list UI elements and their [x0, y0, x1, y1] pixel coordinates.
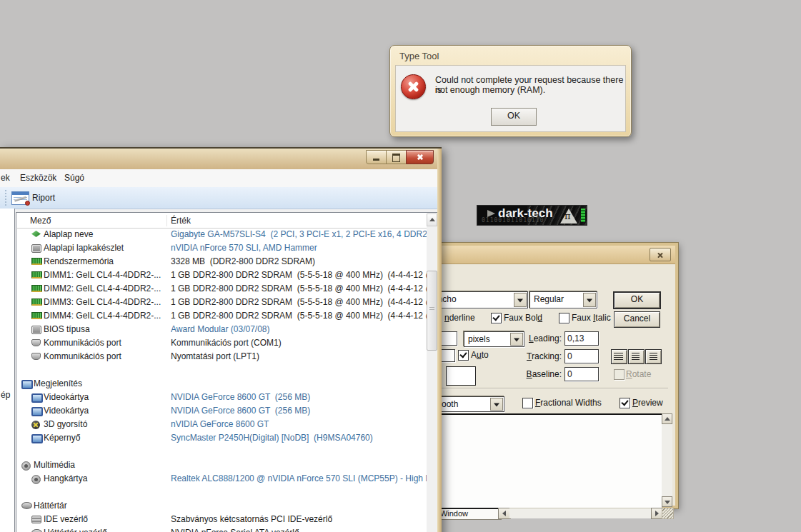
table-row[interactable]: IDE vezérlőSzabványos kétcsatornás PCI I… [17, 513, 427, 526]
faux-bold-checkbox[interactable] [491, 313, 502, 323]
baseline-label: Baseline: [510, 369, 562, 379]
port-icon [31, 353, 41, 360]
auto-checkbox[interactable] [458, 350, 469, 361]
table-row[interactable]: Alaplapi lapkakészletnVIDIA nForce 570 S… [17, 241, 427, 255]
minimize-icon [373, 159, 379, 161]
dropdown-arrow-button[interactable] [490, 398, 503, 411]
scroll-up-button[interactable] [662, 413, 672, 424]
table-row[interactable]: Megjelenítés [17, 377, 427, 391]
table-row[interactable]: DIMM2: GeIL CL4-4-4DDR2-...1 GB DDR2-800… [17, 282, 427, 296]
table-row[interactable]: HangkártyaRealtek ALC888/1200 @ nVIDIA n… [17, 472, 427, 486]
minimize-button[interactable] [366, 150, 387, 164]
dropdown-arrow-button[interactable] [514, 293, 527, 307]
field-value[interactable]: SyncMaster P2450H(Digital) [NoDB] (H9MSA… [171, 433, 427, 443]
table-row[interactable]: Háttértár [17, 499, 427, 513]
table-header: Mező Érték [17, 214, 427, 229]
table-row[interactable]: DIMM1: GeIL CL4-4-4DDR2-...1 GB DDR2-800… [17, 268, 427, 282]
field-label: Hangkártya [44, 473, 87, 483]
auto-label: Auto [471, 350, 489, 360]
field-label: Képernyő [44, 433, 80, 443]
table-row[interactable]: VideokártyaNVIDIA GeForce 8600 GT (256 M… [17, 391, 427, 404]
font-style-dropdown[interactable]: Regular [529, 291, 597, 308]
fractional-widths-checkbox[interactable] [522, 398, 533, 408]
field-value[interactable]: nVIDIA GeForce 8600 GT [171, 419, 427, 429]
field-value: 1 GB DDR2-800 DDR2 SDRAM (5-5-5-18 @ 400… [171, 283, 427, 293]
table-row[interactable]: Kommunikációs portKommunikációs port (CO… [17, 336, 427, 350]
report-button[interactable]: Riport [32, 193, 55, 203]
tree-panel[interactable]: ép [0, 209, 15, 532]
logo-arrow-icon [487, 210, 495, 217]
field-label: Háttértár [34, 501, 67, 511]
field-label: IDE vezérlő [44, 514, 88, 524]
field-value[interactable]: NVIDIA GeForce 8600 GT (256 MB) [171, 392, 427, 402]
table-row[interactable]: Kommunikációs portNyomtatási port (LPT1) [17, 350, 427, 363]
preview-vertical-scrollbar[interactable] [662, 413, 672, 507]
align-right-button[interactable] [645, 349, 662, 364]
faux-italic-checkbox[interactable] [559, 313, 569, 323]
column-divider[interactable] [166, 215, 167, 226]
leading-input[interactable] [564, 331, 599, 346]
scrollbar-thumb[interactable] [427, 271, 437, 351]
field-value[interactable]: Award Modular (03/07/08) [171, 324, 427, 334]
column-header-field[interactable]: Mező [30, 216, 51, 226]
maximize-icon [392, 154, 400, 162]
field-value[interactable]: NVIDIA GeForce 8600 GT (256 MB) [171, 406, 427, 416]
dark-tech-logo: dark-tech 011001011010110 π [477, 205, 587, 226]
fractional-widths-label: Fractional Widths [535, 398, 602, 408]
cancel-button[interactable]: Cancel [614, 311, 660, 328]
table-row[interactable]: Rendszermemória3328 MB (DDR2-800 DDR2 SD… [17, 255, 427, 268]
text-preview-area[interactable] [417, 413, 662, 509]
units-value: pixels [468, 334, 490, 344]
ram-icon [31, 312, 42, 319]
table-row[interactable]: DIMM4: GeIL CL4-4-4DDR2-...1 GB DDR2-800… [17, 309, 427, 323]
table-row[interactable]: KépernyőSyncMaster P2450H(Digital) [NoDB… [17, 431, 427, 445]
field-value[interactable]: Gigabyte GA-M57SLI-S4 (2 PCI, 3 PCI-E x1… [171, 229, 427, 239]
chip-icon [31, 326, 41, 334]
table-row[interactable]: Alaplap neveGigabyte GA-M57SLI-S4 (2 PCI… [17, 228, 427, 241]
table-row-spacer [17, 445, 427, 458]
ide-icon [31, 516, 41, 523]
faux-bold-label: Faux Bold [504, 313, 542, 323]
close-icon [417, 154, 423, 161]
dropdown-arrow-button[interactable] [583, 293, 596, 307]
align-left-button[interactable] [611, 349, 627, 364]
menu-item-partial[interactable]: ek [1, 173, 10, 183]
resize-grip[interactable] [662, 508, 674, 519]
table-row[interactable]: VideokártyaNVIDIA GeForce 8600 GT (256 M… [17, 404, 427, 418]
column-header-value[interactable]: Érték [171, 216, 191, 226]
close-button[interactable] [406, 150, 434, 164]
field-label: BIOS típusa [44, 324, 90, 334]
baseline-input[interactable] [564, 367, 599, 381]
scroll-down-button[interactable] [662, 496, 672, 507]
preview-checkbox[interactable] [620, 398, 630, 408]
table-row[interactable]: DIMM3: GeIL CL4-4-4DDR2-...1 GB DDR2-800… [17, 296, 427, 309]
field-value[interactable]: nVIDIA nForce 570 SLI, AMD Hammer [171, 243, 427, 253]
table-row[interactable]: Multimédia [17, 458, 427, 472]
ok-button[interactable]: OK [614, 292, 660, 308]
chevron-down-icon [587, 299, 592, 303]
ram-icon [31, 271, 42, 278]
tree-item-partial[interactable]: ép [1, 390, 10, 400]
table-row[interactable]: Háttértár vezérlőNVIDIA nForce Serial AT… [17, 526, 427, 532]
rotate-checkbox[interactable] [614, 369, 625, 380]
preview-horizontal-scrollbar[interactable] [509, 508, 651, 518]
table-row[interactable]: 3D gyorsítónVIDIA GeForce 8600 GT [17, 418, 427, 431]
field-label: 3D gyorsító [44, 419, 87, 429]
close-button[interactable] [650, 248, 671, 261]
field-value: NVIDIA nForce Serial ATA vezérlő [171, 528, 427, 532]
color-swatch[interactable] [446, 366, 476, 386]
menu-item-tools[interactable]: Eszközök [20, 173, 56, 183]
ok-button[interactable]: OK [491, 108, 537, 126]
dialog-titlebar[interactable] [403, 246, 675, 264]
report-icon [11, 191, 29, 205]
field-label: Multimédia [34, 460, 75, 470]
maximize-button[interactable] [386, 150, 407, 164]
tracking-input[interactable] [564, 349, 599, 363]
menu-bar: ek Eszközök Súgó [0, 169, 437, 188]
field-value[interactable]: Realtek ALC888/1200 @ nVIDIA nForce 570 … [171, 473, 427, 483]
table-row[interactable]: BIOS típusaAward Modular (03/07/08) [17, 323, 427, 336]
table-vertical-scrollbar[interactable] [427, 214, 437, 532]
align-center-button[interactable] [628, 349, 645, 364]
menu-item-help[interactable]: Súgó [64, 173, 84, 183]
scroll-up-button[interactable] [427, 214, 437, 226]
